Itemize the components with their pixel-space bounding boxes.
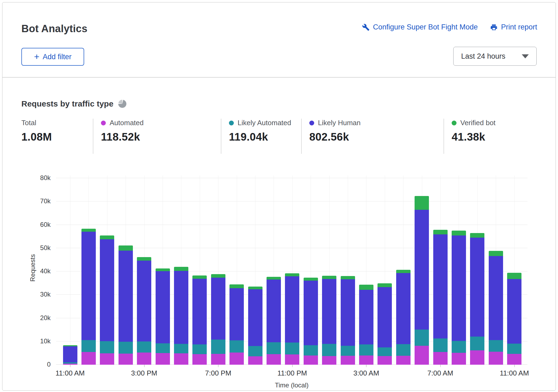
likely-automated-segment <box>156 343 170 353</box>
stacked-bar-700pm[interactable] <box>211 274 225 365</box>
stacked-bar-400am[interactable] <box>378 283 392 365</box>
automated-segment <box>137 353 151 365</box>
stacked-bar-200pm[interactable] <box>119 245 133 365</box>
stacked-bar-1100am[interactable] <box>507 273 521 365</box>
likely-human-segment <box>396 273 411 344</box>
page-title: Bot Analytics <box>21 23 87 35</box>
automated-segment <box>248 356 262 365</box>
header-actions: Configure Super Bot Fight Mode Print rep… <box>362 23 537 31</box>
verified-bot-segment <box>211 274 225 278</box>
verified-bot-segment <box>415 196 429 210</box>
likely-automated-segment <box>507 344 521 354</box>
x-axis-tick <box>366 365 366 367</box>
likely-human-segment <box>267 280 281 342</box>
automated-segment <box>396 356 411 365</box>
likely-human-segment <box>100 239 114 341</box>
configure-super-bot-fight-mode-link[interactable]: Configure Super Bot Fight Mode <box>362 23 478 31</box>
verified-bot-segment <box>322 276 336 279</box>
likely-human-segment <box>285 276 299 343</box>
likely-human-segment <box>341 279 355 346</box>
likely-automated-segment <box>192 344 207 354</box>
traffic-type-stats: Total 1.08M Automated 118.52k Likely Aut… <box>21 119 540 154</box>
stat-automated: Automated 118.52k <box>93 119 221 154</box>
x-axis-title: Time (local) <box>56 381 527 389</box>
likely-human-segment <box>174 271 188 344</box>
x-axis-tick-label: 11:00 AM <box>485 369 544 377</box>
likely-human-segment <box>192 279 207 344</box>
likely-human-segment <box>359 290 373 344</box>
likely-human-segment <box>452 235 466 341</box>
verified-bot-segment <box>470 233 484 238</box>
verified-bot-segment <box>341 276 355 279</box>
stacked-bar-1200am[interactable] <box>304 278 318 365</box>
stat-total-label: Total <box>21 119 36 127</box>
x-axis-tick-label: 3:00 PM <box>114 369 174 377</box>
stacked-bar-300pm[interactable] <box>137 257 151 365</box>
verified-bot-segment <box>359 285 373 290</box>
automated-segment <box>341 356 355 365</box>
stat-verified-bot: Verified bot 41.38k <box>444 119 531 154</box>
stacked-bar-800am[interactable] <box>452 231 466 365</box>
printer-icon <box>490 24 498 31</box>
stat-likely-automated: Likely Automated 119.04k <box>221 119 301 154</box>
x-axis-tick <box>292 365 293 367</box>
stacked-bar-600am[interactable] <box>415 196 429 365</box>
likely-automated-segment <box>433 338 448 352</box>
automated-segment <box>156 353 170 365</box>
likely-human-segment <box>507 279 521 343</box>
verified-bot-dot <box>452 121 457 125</box>
verified-bot-segment <box>100 235 114 239</box>
stacked-bar-100pm[interactable] <box>100 235 114 365</box>
likely-human-segment <box>211 278 225 340</box>
likely-human-segment <box>415 210 429 329</box>
stacked-bar-900am[interactable] <box>470 233 484 365</box>
likely-human-segment <box>470 238 484 337</box>
stacked-bar-100am[interactable] <box>322 276 336 365</box>
likely-human-segment <box>304 281 318 346</box>
stacked-bar-1000am[interactable] <box>489 251 503 365</box>
stacked-bar-900pm[interactable] <box>248 287 262 365</box>
likely-human-segment <box>81 232 96 340</box>
automated-segment <box>229 353 244 365</box>
likely-automated-segment <box>322 344 336 356</box>
verified-bot-segment <box>433 230 448 234</box>
stacked-bar-500am[interactable] <box>396 270 411 365</box>
stacked-bar-1000pm[interactable] <box>267 277 281 365</box>
x-axis-tick <box>144 365 145 367</box>
add-filter-button[interactable]: + Add filter <box>21 48 84 66</box>
stacked-bar-300am[interactable] <box>359 285 373 365</box>
automated-segment <box>119 354 133 365</box>
stacked-bar-1100pm[interactable] <box>285 273 299 365</box>
likely-automated-segment <box>267 342 281 354</box>
print-report-link[interactable]: Print report <box>490 23 537 31</box>
stacked-bar-600pm[interactable] <box>192 275 207 365</box>
automated-segment <box>470 350 484 365</box>
stacked-bar-800pm[interactable] <box>229 284 244 365</box>
verified-bot-segment <box>119 245 133 251</box>
verified-bot-segment <box>507 273 521 279</box>
automated-segment <box>192 354 207 365</box>
likely-human-segment <box>322 279 336 344</box>
section-heading: Requests by traffic type <box>21 99 113 108</box>
verified-bot-segment <box>156 268 170 271</box>
x-axis-tick-label: 11:00 AM <box>40 369 100 377</box>
stacked-bar-1100am[interactable] <box>63 345 77 365</box>
time-range-dropdown[interactable]: Last 24 hours <box>453 47 537 66</box>
likely-automated-segment <box>285 343 299 354</box>
likely-human-segment <box>119 251 133 342</box>
stacked-bar-1200pm[interactable] <box>81 229 96 365</box>
automated-segment <box>507 354 521 365</box>
x-axis-tick-label: 3:00 AM <box>336 369 396 377</box>
verified-bot-segment <box>81 229 96 232</box>
x-axis-tick <box>218 365 218 367</box>
horizontal-gridline <box>56 201 527 201</box>
automated-segment <box>100 353 114 365</box>
x-axis-tick <box>70 365 70 367</box>
likely-human-dot <box>309 121 314 125</box>
automated-segment <box>359 356 373 365</box>
stacked-bar-200am[interactable] <box>341 276 355 365</box>
stacked-bar-700am[interactable] <box>433 230 448 365</box>
stacked-bar-500pm[interactable] <box>174 267 188 365</box>
likely-automated-segment <box>100 341 114 353</box>
stacked-bar-400pm[interactable] <box>156 268 170 365</box>
